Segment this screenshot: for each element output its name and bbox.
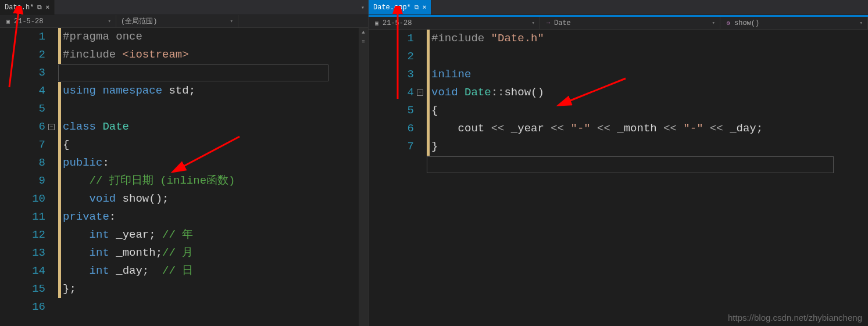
method-icon: ⚙ [725, 20, 732, 27]
tab-date-h[interactable]: Date.h* ⧉ × [0, 0, 55, 15]
vertical-scrollbar[interactable]: ▲ ≡ [359, 28, 368, 326]
line-gutter: 1 2 3 4 5 6 7 8 9 10 11 12 13 14 15 16 − [0, 28, 58, 326]
code-line: inline [431, 66, 868, 84]
change-indicator [427, 30, 430, 156]
code-line: void show(); [63, 190, 368, 208]
fold-toggle-icon[interactable]: − [48, 124, 55, 130]
chevron-down-icon: ▾ [108, 18, 111, 24]
editor-right[interactable]: 1 2 3 4 5 6 7 − #include "Date.h" inline… [369, 30, 868, 326]
code-line [63, 298, 368, 316]
line-number: 10 [0, 190, 45, 208]
line-number: 9 [0, 172, 45, 190]
tabbar-overflow[interactable]: ▾ [361, 0, 368, 15]
tabbar-right: Date.cpp* ⧉ × [369, 0, 868, 15]
line-number: 11 [0, 208, 45, 226]
project-icon: ▣ [5, 18, 12, 25]
line-number: 14 [0, 262, 45, 280]
line-number: 12 [0, 226, 45, 244]
code-line [431, 48, 868, 66]
code-area-left[interactable]: #pragma once #include <iostream> using n… [58, 28, 368, 326]
line-number: 15 [0, 280, 45, 298]
tabbar-left: Date.h* ⧉ × ▾ [0, 0, 368, 15]
line-number: 5 [0, 100, 45, 118]
line-number: 4 [0, 82, 45, 100]
line-number: 4 [369, 84, 414, 102]
code-line: }; [63, 280, 368, 298]
code-line: #pragma once [63, 28, 368, 46]
line-number: 2 [369, 48, 414, 66]
code-line [63, 64, 368, 82]
navbar-right: ▣ 21-5-28 ▾ → Date ▾ ⚙ show() ▾ [369, 17, 868, 30]
close-icon[interactable]: × [423, 4, 427, 11]
nav-scope-method[interactable]: ⚙ show() ▾ [720, 17, 868, 29]
code-line: int _year; // 年 [63, 226, 368, 244]
cursor-line-highlight [427, 156, 834, 173]
change-indicator [58, 28, 61, 64]
tab-date-cpp[interactable]: Date.cpp* ⧉ × [369, 0, 431, 15]
navbar-left: ▣ 21-5-28 ▾ (全局范围) ▾ [0, 15, 368, 28]
code-line: #include "Date.h" [431, 30, 868, 48]
change-indicator [58, 82, 61, 298]
chevron-down-icon: ▾ [860, 20, 863, 26]
project-icon: ▣ [373, 20, 380, 27]
code-area-right[interactable]: #include "Date.h" inline void Date::show… [427, 30, 868, 326]
code-line: } [431, 138, 868, 156]
editor-left[interactable]: 1 2 3 4 5 6 7 8 9 10 11 12 13 14 15 16 −… [0, 28, 368, 326]
nav-text: (全局范围) [121, 16, 157, 26]
nav-scope-project[interactable]: ▣ 21-5-28 ▾ [369, 17, 540, 29]
chevron-down-icon: ▾ [712, 20, 715, 26]
line-number: 3 [0, 64, 45, 82]
line-number: 16 [0, 298, 45, 316]
line-number: 1 [369, 30, 414, 48]
line-number: 7 [0, 136, 45, 154]
pin-icon[interactable]: ⧉ [37, 4, 42, 11]
code-line: class Date [63, 118, 368, 136]
nav-text: 21-5-28 [14, 17, 43, 26]
code-line: public: [63, 154, 368, 172]
code-line: int _month;// 月 [63, 244, 368, 262]
pin-icon[interactable]: ⧉ [415, 4, 419, 11]
editor-pane-left: Date.h* ⧉ × ▾ ▣ 21-5-28 ▾ (全局范围) ▾ 1 2 3… [0, 0, 369, 326]
code-line: using namespace std; [63, 82, 368, 100]
fold-toggle-icon[interactable]: − [417, 89, 423, 96]
code-line: int _day; // 日 [63, 262, 368, 280]
scroll-split-icon[interactable]: ≡ [359, 37, 368, 46]
chevron-down-icon: ▾ [230, 18, 233, 24]
class-icon: → [545, 20, 552, 27]
code-line: { [63, 136, 368, 154]
close-icon[interactable]: × [45, 4, 49, 11]
line-number: 6 [369, 120, 414, 138]
line-number: 3 [369, 66, 414, 84]
line-number: 6 [0, 118, 45, 136]
tab-title: Date.cpp* [373, 3, 411, 12]
line-gutter: 1 2 3 4 5 6 7 − [369, 30, 427, 326]
code-line [63, 100, 368, 118]
nav-text: 21-5-28 [383, 19, 412, 27]
code-line: { [431, 102, 868, 120]
line-number: 13 [0, 244, 45, 262]
nav-scope-global[interactable]: (全局范围) ▾ [116, 15, 238, 27]
nav-scope-project[interactable]: ▣ 21-5-28 ▾ [0, 15, 116, 27]
line-number: 2 [0, 46, 45, 64]
nav-text: show() [734, 19, 759, 27]
line-number: 7 [369, 138, 414, 156]
tab-title: Date.h* [5, 3, 34, 12]
line-number: 8 [0, 154, 45, 172]
chevron-down-icon: ▾ [532, 20, 535, 26]
editor-pane-right: Date.cpp* ⧉ × ▣ 21-5-28 ▾ → Date ▾ ⚙ sho… [369, 0, 868, 326]
nav-scope-class[interactable]: → Date ▾ [540, 17, 720, 29]
code-line: private: [63, 208, 368, 226]
code-line: void Date::show() [431, 84, 868, 102]
code-line: // 打印日期 (inline函数) [63, 172, 368, 190]
line-number: 5 [369, 102, 414, 120]
watermark-text: https://blog.csdn.net/zhybiancheng [728, 313, 862, 323]
line-number: 1 [0, 28, 45, 46]
code-line: #include <iostream> [63, 46, 368, 64]
code-line: cout << _year << "-" << _month << "-" <<… [431, 120, 868, 138]
nav-text: Date [554, 19, 571, 27]
